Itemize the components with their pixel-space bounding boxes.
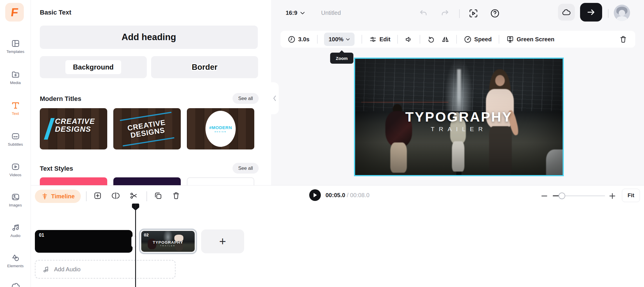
templates-icon (11, 39, 20, 48)
add-scene-button[interactable] (94, 192, 102, 200)
clip-toolbar: 3.0s 100% Edit Speed (280, 31, 635, 48)
zoom-in-icon[interactable] (609, 192, 616, 200)
time-display: 00:05.0 / 00:08.0 (325, 192, 369, 199)
clip-2-index: 02 (144, 232, 149, 237)
help-icon[interactable] (490, 8, 500, 18)
rotate-button[interactable] (427, 35, 435, 43)
fit-button[interactable]: Fit (622, 189, 640, 202)
clip-trim-handle[interactable] (131, 236, 137, 247)
edit-button[interactable]: Edit (369, 35, 391, 43)
sidebar-item-templates[interactable]: Templates (0, 39, 31, 54)
sidebar-item-videos[interactable]: Videos (0, 162, 31, 177)
clip-2-subtitle: TRAILER (141, 245, 195, 247)
edit-label: Edit (380, 36, 391, 43)
modern-title-thumb-3[interactable]: #MODERN DESIGN (187, 108, 254, 149)
cloud-icon (562, 9, 571, 16)
clip-2-thumbnail: 02 TYPOGRAPHY TRAILER (141, 231, 195, 252)
cyan-line-bottom (123, 137, 174, 147)
add-background-text-button[interactable]: Background (40, 56, 147, 78)
timeline-clip-1[interactable]: 01 (35, 230, 133, 253)
chevron-down-icon (300, 12, 305, 15)
trash-icon (172, 192, 180, 200)
speedometer-icon (464, 35, 472, 43)
subtitles-icon (11, 132, 20, 141)
text-styles-see-all[interactable]: See all (232, 163, 259, 174)
green-screen-button[interactable]: Green Screen (506, 35, 554, 43)
rotate-ccw-icon (427, 35, 435, 43)
avatar[interactable] (614, 5, 630, 21)
split-button[interactable] (112, 192, 120, 200)
media-folder-icon (11, 70, 20, 79)
cut-button[interactable] (130, 192, 138, 200)
export-button[interactable] (580, 3, 602, 22)
audio-icon (11, 223, 20, 232)
cloud-save-button[interactable] (558, 4, 575, 21)
modern-titles-title: Modern Titles (40, 95, 81, 103)
aspect-ratio-dropdown[interactable]: 16:9 (286, 10, 305, 16)
add-clip-button[interactable]: + (201, 229, 244, 253)
sidebar-item-images[interactable]: Images (0, 192, 31, 207)
app-logo[interactable]: F (5, 3, 24, 22)
time-separator: / (347, 192, 348, 198)
timeline-clip-2-selected[interactable]: 02 TYPOGRAPHY TRAILER (139, 229, 197, 254)
sidebar: F Templates Media Text Subtitles Videos … (0, 0, 31, 287)
sidebar-item-elements[interactable]: Elements (0, 253, 31, 268)
clip-1-index: 01 (39, 233, 44, 238)
timeline-panel: Timeline 00:05.0 / 00:08.0 Fit 01 (31, 185, 644, 287)
trash-icon (619, 35, 627, 43)
undo-icon[interactable] (419, 9, 428, 17)
zoom-dropdown[interactable]: 100% (324, 33, 355, 46)
green-screen-label: Green Screen (517, 36, 554, 43)
sidebar-item-subtitles[interactable]: Subtitles (0, 132, 31, 147)
green-screen-icon (506, 35, 514, 43)
duration-value: 3.0s (298, 36, 310, 43)
volume-button[interactable] (405, 35, 413, 43)
video-preview[interactable]: TYPOGRAPHY TRAILER (354, 58, 564, 176)
sidebar-item-media[interactable]: Media (0, 70, 31, 85)
speed-label: Speed (474, 36, 492, 43)
clip-2-title: TYPOGRAPHY (141, 240, 195, 245)
modern-titles-see-all[interactable]: See all (232, 93, 259, 104)
delete-button[interactable] (172, 192, 180, 200)
music-note-icon (42, 265, 50, 273)
delete-clip-button[interactable] (619, 35, 627, 43)
redo-icon[interactable] (441, 9, 449, 17)
playhead-line[interactable] (135, 204, 136, 287)
basic-text-title: Basic Text (40, 9, 71, 16)
sidebar-item-shapes-partial[interactable] (11, 281, 20, 287)
split-icon (112, 192, 120, 200)
images-icon (11, 192, 20, 202)
duration-control[interactable]: 3.0s (288, 35, 310, 43)
adjust-sliders-icon (369, 35, 377, 43)
project-title[interactable]: Untitled (321, 10, 341, 16)
timeline-zoom-slider[interactable] (553, 195, 605, 196)
current-time: 00:05.0 (325, 192, 345, 198)
duplicate-button[interactable] (154, 192, 162, 200)
modern-title-thumb-2[interactable]: CREATIVE DESIGNS (113, 108, 181, 149)
text-icon (11, 101, 20, 110)
text-styles-title: Text Styles (40, 165, 73, 172)
shape-icon (11, 281, 20, 287)
add-square-icon (94, 192, 102, 200)
zoom-out-icon[interactable] (541, 192, 548, 200)
flip-button[interactable] (441, 35, 449, 43)
modern-title-thumb-1[interactable]: CREATIVE DESIGNS (40, 108, 107, 149)
add-audio-button[interactable]: Add Audio (35, 260, 176, 279)
aspect-ratio-value: 16:9 (286, 10, 297, 16)
panel-collapse-button[interactable] (271, 82, 279, 114)
add-border-text-button[interactable]: Border (151, 56, 258, 78)
logo-letter: F (10, 6, 19, 19)
video-title-text: TYPOGRAPHY (355, 109, 563, 125)
slider-handle[interactable] (559, 192, 565, 199)
play-icon (313, 192, 317, 198)
play-button[interactable] (309, 189, 321, 201)
zoom-tooltip: Zoom (330, 53, 353, 64)
avatar-face (619, 10, 625, 16)
timeline-toggle-button[interactable]: Timeline (35, 190, 81, 203)
preview-play-icon[interactable] (468, 8, 478, 18)
speed-button[interactable]: Speed (464, 35, 492, 43)
sidebar-item-audio[interactable]: Audio (0, 223, 31, 238)
video-subtitle-text: TRAILER (355, 126, 563, 133)
add-heading-button[interactable]: Add heading (40, 26, 258, 49)
sidebar-item-text[interactable]: Text (0, 101, 31, 116)
